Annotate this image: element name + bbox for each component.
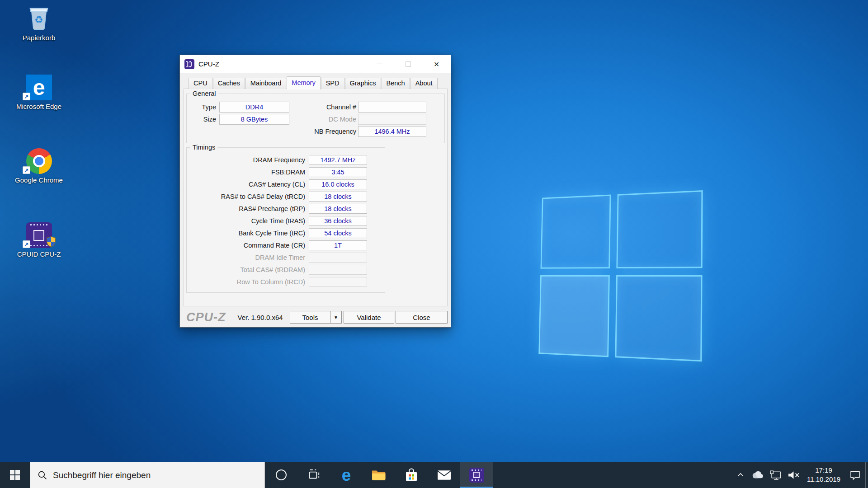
windows-logo-icon (10, 470, 20, 480)
timings-groupbox: Timings DRAM Frequency 1492.7 MHz FSB:DR… (186, 147, 385, 293)
timing-value-field: 3:45 (309, 167, 367, 177)
taskbar-cortana-button[interactable] (265, 462, 297, 488)
recycle-bin-icon: ♻ (10, 3, 68, 32)
dc-mode-label: DC Mode (295, 116, 358, 123)
clock-date: 11.10.2019 (807, 475, 840, 484)
tab-strip: CPU Caches Mainboard Memory SPD Graphics… (189, 76, 438, 89)
minimize-button[interactable] (365, 55, 394, 73)
taskbar: e (0, 462, 868, 488)
desktop-icon-label: Microsoft Edge (16, 103, 61, 110)
nb-frequency-label: NB Frequency (295, 128, 358, 135)
timing-row-row-to-column: Row To Column (tRCD) (187, 276, 385, 288)
tray-clock[interactable]: 17:19 11.10.2019 (803, 462, 844, 488)
taskbar-mail-button[interactable] (428, 462, 460, 488)
timing-value-field (309, 253, 367, 263)
shortcut-arrow-icon: ↗ (23, 166, 30, 174)
tray-chevron-button[interactable] (732, 462, 749, 488)
timing-row-trc: Bank Cycle Time (tRC) 54 clocks (187, 227, 385, 239)
taskbar-store-button[interactable] (395, 462, 428, 488)
file-explorer-icon (372, 469, 386, 481)
window-title: CPU-Z (198, 60, 219, 68)
taskbar-file-explorer-button[interactable] (363, 462, 395, 488)
wallpaper-pane (616, 190, 703, 268)
action-center-button[interactable] (844, 462, 865, 488)
onedrive-cloud-icon (751, 470, 764, 480)
caret-down-icon: ▼ (334, 315, 338, 320)
tray-onedrive-button[interactable] (749, 462, 767, 488)
size-value-field: 8 GBytes (219, 114, 289, 125)
type-label: Type (187, 103, 219, 111)
window-footer: CPU-Z Ver. 1.90.0.x64 Tools ▼ Validate C… (180, 307, 451, 327)
timing-value-field (309, 265, 367, 275)
edge-icon: e ↗ (10, 71, 68, 100)
start-button[interactable] (0, 462, 30, 488)
volume-muted-icon (788, 470, 800, 480)
memory-type-row: Type DDR4 (187, 102, 289, 113)
timing-value-field: 18 clocks (309, 192, 367, 202)
nb-frequency-value-field: 1496.4 MHz (358, 126, 426, 137)
tray-network-button[interactable] (767, 462, 785, 488)
channel-row: Channel # (295, 102, 426, 113)
wallpaper-windows-logo (538, 190, 703, 361)
tools-button[interactable]: Tools (290, 311, 330, 324)
close-button[interactable]: × (422, 55, 451, 73)
nb-frequency-row: NB Frequency 1496.4 MHz (295, 126, 426, 137)
action-center-icon (850, 470, 860, 480)
close-icon: × (434, 60, 439, 69)
timing-value-field: 36 clocks (309, 216, 367, 226)
timing-row-fsb-dram: FSB:DRAM 3:45 (187, 166, 385, 178)
desktop-icon-recycle-bin[interactable]: ♻ Papierkorb (10, 3, 68, 42)
cpuz-app-icon (184, 59, 194, 69)
search-input[interactable] (53, 470, 264, 480)
desktop-icon-label: Papierkorb (23, 34, 56, 42)
wallpaper-pane (540, 195, 611, 269)
dc-mode-value-field (358, 114, 426, 125)
cpuz-chip-icon: ↗ (10, 219, 68, 248)
close-dialog-button[interactable]: Close (396, 311, 448, 324)
clock-time: 17:19 (815, 466, 832, 475)
tab-mainboard[interactable]: Mainboard (245, 78, 287, 89)
tab-cpu[interactable]: CPU (189, 78, 212, 89)
minimize-icon (377, 64, 382, 65)
general-groupbox: General Type DDR4 Size 8 GBytes Channel … (186, 94, 445, 143)
show-desktop-button[interactable] (865, 462, 868, 488)
type-value-field: DDR4 (219, 102, 289, 113)
tray-volume-button[interactable] (785, 462, 803, 488)
desktop-icon-label: CPUID CPU-Z (17, 250, 61, 258)
desktop-icon-microsoft-edge[interactable]: e ↗ Microsoft Edge (10, 71, 68, 111)
tab-caches[interactable]: Caches (213, 78, 245, 89)
taskbar-edge-button[interactable]: e (330, 462, 363, 488)
version-text: Ver. 1.90.0.x64 (238, 314, 283, 321)
general-legend: General (190, 90, 218, 97)
timing-row-tras: Cycle Time (tRAS) 36 clocks (187, 215, 385, 227)
tab-about[interactable]: About (410, 78, 438, 89)
timing-value-field: 54 clocks (309, 228, 367, 238)
timing-row-command-rate: Command Rate (CR) 1T (187, 239, 385, 251)
network-icon (770, 470, 782, 480)
desktop-icon-google-chrome[interactable]: ↗ Google Chrome (10, 145, 68, 184)
maximize-icon (406, 61, 411, 67)
system-tray: 17:19 11.10.2019 (732, 462, 868, 488)
timing-value-field: 1T (309, 240, 367, 250)
timing-value-field: 18 clocks (309, 204, 367, 214)
tab-spd[interactable]: SPD (321, 78, 344, 89)
taskbar-task-view-button[interactable] (297, 462, 330, 488)
desktop: ♻ Papierkorb e ↗ Microsoft Edge ↗ Google… (0, 0, 868, 488)
validate-button[interactable]: Validate (344, 311, 394, 324)
store-icon (405, 468, 418, 482)
tab-memory[interactable]: Memory (287, 76, 320, 89)
wallpaper-pane (615, 275, 702, 361)
tab-graphics[interactable]: Graphics (345, 78, 381, 89)
taskbar-cpuz-button[interactable] (460, 462, 493, 488)
tab-bench[interactable]: Bench (382, 78, 410, 89)
desktop-icon-cpuid-cpuz[interactable]: ↗ CPUID CPU-Z (10, 219, 68, 258)
mail-icon (437, 470, 451, 480)
tools-dropdown-button[interactable]: ▼ (330, 311, 342, 324)
timing-row-dram-idle-timer: DRAM Idle Timer (187, 251, 385, 263)
window-titlebar[interactable]: CPU-Z × (180, 55, 451, 73)
shortcut-arrow-icon: ↗ (23, 93, 30, 100)
channel-value-field (358, 102, 426, 113)
desktop-icon-label: Google Chrome (15, 176, 63, 184)
chrome-icon: ↗ (10, 145, 68, 174)
taskbar-search[interactable] (30, 462, 265, 488)
